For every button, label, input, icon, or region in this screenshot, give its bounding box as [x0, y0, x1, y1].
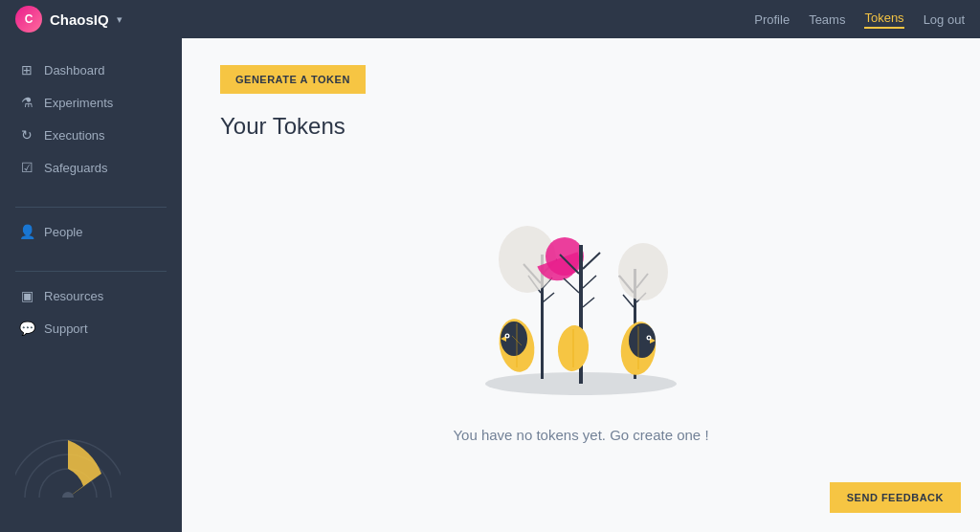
app-logo: C — [15, 6, 42, 33]
people-icon: 👤 — [19, 224, 34, 239]
sidebar-item-dashboard[interactable]: ⊞ Dashboard — [0, 54, 182, 86]
resources-icon: ▣ — [19, 288, 34, 303]
empty-state: You have no tokens yet. Go create one ! — [220, 178, 942, 462]
radar-graphic — [15, 431, 121, 498]
empty-illustration — [428, 197, 734, 408]
sidebar-item-label: Support — [44, 321, 88, 336]
sidebar-main-section: ⊞ Dashboard ⚗ Experiments ↻ Executions ☑… — [0, 54, 182, 184]
main-layout: ⊞ Dashboard ⚗ Experiments ↻ Executions ☑… — [0, 38, 980, 532]
sidebar: ⊞ Dashboard ⚗ Experiments ↻ Executions ☑… — [0, 38, 182, 532]
logo-initial: C — [25, 12, 33, 26]
logo-area: C ChaosIQ ▾ — [15, 6, 122, 33]
support-icon: 💬 — [19, 321, 34, 336]
sidebar-bottom-graphic — [0, 431, 182, 517]
safeguards-icon: ☑ — [19, 160, 34, 175]
empty-message: You have no tokens yet. Go create one ! — [453, 427, 708, 443]
sidebar-item-executions[interactable]: ↻ Executions — [0, 119, 182, 151]
sidebar-item-experiments[interactable]: ⚗ Experiments — [0, 86, 182, 119]
executions-icon: ↻ — [19, 127, 34, 143]
dashboard-icon: ⊞ — [19, 62, 34, 78]
sidebar-item-label: Resources — [44, 289, 103, 303]
svg-line-21 — [564, 278, 579, 293]
sidebar-item-safeguards[interactable]: ☑ Safeguards — [0, 151, 182, 184]
nav-links: Profile Teams Tokens Log out — [754, 11, 965, 29]
sidebar-item-people[interactable]: 👤 People — [0, 215, 182, 248]
generate-token-button[interactable]: GENERATE A TOKEN — [220, 65, 366, 94]
svg-point-38 — [648, 337, 650, 339]
main-content: GENERATE A TOKEN Your Tokens — [182, 38, 980, 532]
sidebar-divider-1 — [15, 207, 167, 208]
sidebar-item-label: People — [44, 225, 82, 239]
teams-link[interactable]: Teams — [809, 12, 845, 27]
svg-line-24 — [583, 298, 594, 307]
sidebar-item-support[interactable]: 💬 Support — [0, 312, 182, 344]
svg-line-22 — [583, 253, 600, 269]
app-name: ChaosIQ — [50, 11, 109, 28]
sidebar-people-section: 👤 People — [0, 215, 182, 248]
experiments-icon: ⚗ — [19, 95, 34, 110]
svg-point-17 — [618, 243, 668, 300]
sidebar-item-resources[interactable]: ▣ Resources — [0, 279, 182, 312]
sidebar-divider-2 — [15, 271, 167, 272]
top-navigation: C ChaosIQ ▾ Profile Teams Tokens Log out — [0, 0, 980, 38]
sidebar-resources-section: ▣ Resources 💬 Support — [0, 279, 182, 344]
tokens-illustration — [428, 197, 734, 408]
sidebar-item-label: Dashboard — [44, 63, 105, 78]
svg-point-18 — [546, 237, 584, 276]
send-feedback-button[interactable]: SEND FEEDBACK — [830, 482, 961, 513]
svg-line-23 — [583, 276, 596, 288]
page-title: Your Tokens — [220, 113, 942, 140]
chevron-down-icon: ▾ — [117, 13, 122, 26]
svg-point-29 — [506, 335, 508, 337]
profile-link[interactable]: Profile — [754, 12, 790, 27]
svg-line-10 — [543, 293, 554, 302]
sidebar-item-label: Safeguards — [44, 161, 108, 175]
tokens-link[interactable]: Tokens — [864, 11, 903, 29]
logout-link[interactable]: Log out — [924, 12, 965, 27]
sidebar-item-label: Experiments — [44, 96, 113, 110]
sidebar-item-label: Executions — [44, 128, 105, 143]
